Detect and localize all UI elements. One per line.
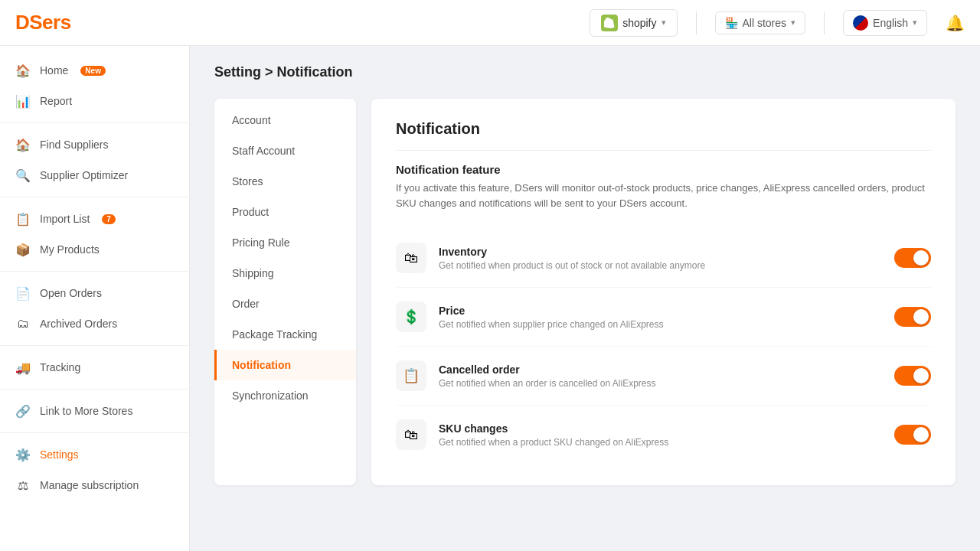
inventory-desc: Get notified when product is out of stoc… — [439, 260, 882, 271]
cancelled-order-icon: 📋 — [396, 360, 426, 391]
link-stores-icon: 🔗 — [15, 403, 31, 419]
topbar: DSers shopify ▾ 🏪 All stores ▾ English ▾… — [0, 0, 980, 46]
main-content: Setting > Notification Account Staff Acc… — [190, 46, 980, 551]
sidebar-label-open-orders: Open Orders — [40, 287, 102, 299]
sidebar-label-link-stores: Link to More Stores — [40, 405, 132, 417]
sidebar-item-supplier-optimizer[interactable]: 🔍 Supplier Optimizer — [0, 160, 189, 191]
shopify-label: shopify — [622, 17, 656, 29]
main-layout: 🏠 Home New 📊 Report 🏠 Find Suppliers 🔍 S… — [0, 46, 980, 551]
sidebar-divider6 — [0, 432, 189, 433]
store-icon: 🏪 — [725, 17, 738, 29]
sidebar-divider5 — [0, 389, 189, 390]
home-icon: 🏠 — [15, 63, 31, 78]
sku-changes-text: SKU changes Get notified when a product … — [439, 422, 882, 448]
sidebar-item-import-list[interactable]: 📋 Import List 7 — [0, 204, 189, 234]
breadcrumb: Setting > Notification — [214, 64, 956, 80]
feature-section-desc: If you activate this feature, DSers will… — [396, 181, 931, 210]
my-products-icon: 📦 — [15, 242, 31, 257]
sidebar-item-archived-orders[interactable]: 🗂 Archived Orders — [0, 308, 189, 339]
notification-bell-icon[interactable]: 🔔 — [946, 14, 965, 32]
store-label: All stores — [743, 17, 787, 29]
price-toggle[interactable] — [894, 307, 931, 327]
notification-panel: Notification Notification feature If you… — [371, 99, 956, 485]
import-list-icon: 📋 — [15, 211, 31, 227]
cancelled-order-title: Cancelled order — [439, 364, 882, 376]
cancelled-order-toggle[interactable] — [894, 366, 931, 386]
import-list-count-badge: 7 — [102, 214, 116, 224]
notification-title: Notification — [396, 120, 931, 151]
settings-nav-package-tracking[interactable]: Package Tracking — [214, 319, 356, 350]
inventory-title: Inventory — [439, 246, 882, 258]
cancelled-order-text: Cancelled order Get notified when an ord… — [439, 364, 882, 389]
sidebar-divider4 — [0, 345, 189, 346]
find-suppliers-icon: 🏠 — [15, 137, 31, 152]
sidebar-label-settings: Settings — [40, 448, 79, 461]
tracking-icon: 🚚 — [15, 360, 31, 375]
sku-changes-toggle[interactable] — [894, 425, 931, 445]
store-chevron: ▾ — [791, 18, 795, 28]
open-orders-icon: 📄 — [15, 285, 31, 301]
settings-nav-product[interactable]: Product — [214, 197, 356, 227]
price-desc: Get notified when supplier price changed… — [439, 319, 882, 330]
report-icon: 📊 — [15, 93, 31, 109]
supplier-optimizer-icon: 🔍 — [15, 168, 31, 183]
settings-icon: ⚙️ — [15, 447, 31, 462]
notif-item-cancelled-order: 📋 Cancelled order Get notified when an o… — [396, 347, 931, 406]
sidebar-label-archived-orders: Archived Orders — [40, 318, 117, 330]
sidebar-label-find-suppliers: Find Suppliers — [40, 139, 109, 151]
sidebar-item-open-orders[interactable]: 📄 Open Orders — [0, 278, 189, 308]
settings-nav-account[interactable]: Account — [214, 105, 356, 135]
home-new-badge: New — [80, 66, 106, 76]
sidebar-divider3 — [0, 271, 189, 272]
store-selector[interactable]: 🏪 All stores ▾ — [715, 11, 806, 34]
topbar-divider — [696, 11, 697, 34]
archived-orders-icon: 🗂 — [15, 316, 31, 331]
settings-nav-shipping[interactable]: Shipping — [214, 258, 356, 289]
inventory-toggle[interactable] — [894, 248, 931, 268]
sidebar-item-report[interactable]: 📊 Report — [0, 86, 189, 116]
sku-changes-desc: Get notified when a product SKU changed … — [439, 437, 882, 448]
shopify-icon — [601, 15, 618, 31]
sidebar-item-link-stores[interactable]: 🔗 Link to More Stores — [0, 396, 189, 426]
notif-item-price: 💲 Price Get notified when supplier price… — [396, 288, 931, 347]
cancelled-order-desc: Get notified when an order is cancelled … — [439, 378, 882, 389]
sidebar-label-tracking: Tracking — [40, 361, 80, 373]
shopify-badge[interactable]: shopify ▾ — [590, 9, 677, 37]
inventory-icon: 🛍 — [396, 243, 426, 273]
inventory-text: Inventory Get notified when product is o… — [439, 246, 882, 271]
sidebar-item-home[interactable]: 🏠 Home New — [0, 55, 189, 86]
sidebar-label-manage-subscription: Manage subscription — [40, 479, 139, 491]
sidebar-divider1 — [0, 122, 189, 123]
shopify-chevron: ▾ — [662, 18, 666, 28]
sidebar-label-my-products: My Products — [40, 243, 100, 256]
feature-section-title: Notification feature — [396, 163, 931, 176]
sidebar-label-import-list: Import List — [40, 213, 90, 225]
flag-icon — [853, 15, 868, 31]
lang-label: English — [873, 17, 908, 29]
sidebar-label-home: Home — [40, 64, 68, 77]
price-icon: 💲 — [396, 302, 426, 332]
settings-nav-pricing-rule[interactable]: Pricing Rule — [214, 227, 356, 258]
topbar-divider2 — [824, 11, 825, 34]
lang-selector[interactable]: English ▾ — [843, 10, 927, 36]
sku-changes-icon: 🛍 — [396, 419, 426, 450]
sidebar-item-tracking[interactable]: 🚚 Tracking — [0, 352, 189, 383]
sidebar-item-my-products[interactable]: 📦 My Products — [0, 234, 189, 265]
price-title: Price — [439, 305, 882, 317]
lang-chevron: ▾ — [913, 18, 917, 28]
sidebar-item-settings[interactable]: ⚙️ Settings — [0, 439, 189, 470]
sidebar-divider2 — [0, 197, 189, 197]
settings-layout: Account Staff Account Stores Product Pri… — [214, 99, 956, 485]
sidebar-label-supplier-optimizer: Supplier Optimizer — [40, 169, 128, 181]
sku-changes-title: SKU changes — [439, 422, 882, 435]
settings-nav-staff-account[interactable]: Staff Account — [214, 135, 356, 166]
settings-nav-order[interactable]: Order — [214, 289, 356, 319]
sidebar: 🏠 Home New 📊 Report 🏠 Find Suppliers 🔍 S… — [0, 46, 190, 551]
settings-nav-stores[interactable]: Stores — [214, 166, 356, 197]
sidebar-item-manage-subscription[interactable]: ⚖ Manage subscription — [0, 470, 189, 500]
settings-nav-notification[interactable]: Notification — [214, 350, 356, 380]
notif-item-inventory: 🛍 Inventory Get notified when product is… — [396, 229, 931, 288]
settings-nav-synchronization[interactable]: Synchronization — [214, 380, 356, 411]
manage-subscription-icon: ⚖ — [15, 478, 31, 493]
sidebar-item-find-suppliers[interactable]: 🏠 Find Suppliers — [0, 129, 189, 160]
